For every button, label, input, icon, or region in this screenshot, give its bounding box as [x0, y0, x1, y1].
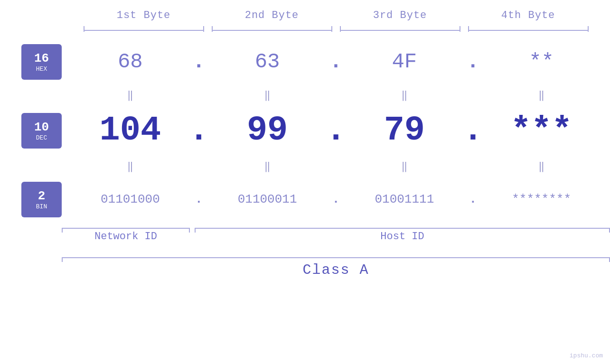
top-bracket-row: [80, 26, 592, 36]
eq1-3: ‖: [346, 89, 464, 102]
equals-row-1: ‖ ‖ ‖ ‖: [0, 88, 610, 102]
hex-val3-container: 4F: [346, 50, 464, 74]
bin-base-label: BIN: [36, 203, 47, 210]
eq1-1: ‖: [71, 89, 189, 102]
hex-val2-container: 63: [208, 50, 327, 74]
network-id-label: Network ID: [94, 231, 157, 243]
bin-row: 2 BIN 01101000 . 01100011 . 01001111 .: [0, 173, 610, 225]
bracket-2: [212, 26, 332, 36]
header-byte1: 1st Byte: [80, 9, 208, 21]
hex-val4: **: [482, 50, 601, 74]
network-bracket-line: [62, 228, 190, 229]
hex-val2: 63: [208, 50, 327, 74]
class-section: Class A: [0, 249, 610, 278]
bin-val3-container: 01001111: [346, 192, 464, 206]
class-full-line: [62, 257, 610, 258]
dec-values: 104 . 99 . 79 . ***: [62, 111, 610, 150]
dec-dot3: .: [463, 113, 482, 148]
eq2-3: ‖: [346, 160, 464, 173]
bin-base-number: 2: [38, 189, 46, 203]
hex-badge: 16 HEX: [21, 44, 62, 80]
bin-val2-container: 01100011: [208, 192, 327, 206]
eq2-2: ‖: [208, 160, 327, 173]
network-id-bracket: Network ID: [62, 228, 190, 243]
dec-val2: 99: [208, 111, 327, 150]
bin-val1-container: 01101000: [71, 192, 189, 206]
bin-values: 01101000 . 01100011 . 01001111 . *******…: [62, 192, 610, 206]
class-label-row: Class A: [0, 262, 610, 278]
header-byte2: 2nd Byte: [208, 9, 336, 21]
bracket-1: [84, 26, 204, 36]
hex-val3: 4F: [346, 50, 464, 74]
bracket-3: [340, 26, 460, 36]
dec-dot1: .: [189, 113, 208, 148]
bin-val2: 01100011: [208, 192, 327, 206]
host-bracket-line: [195, 228, 610, 229]
byte-headers: 1st Byte 2nd Byte 3rd Byte 4th Byte: [80, 9, 592, 21]
bin-val1: 01101000: [71, 192, 189, 206]
watermark: ipshu.com: [570, 352, 603, 359]
dec-val1-container: 104: [71, 111, 189, 150]
hex-base-number: 16: [34, 51, 49, 65]
hex-values: 68 . 63 . 4F . **: [62, 50, 610, 74]
hex-row: 16 HEX 68 . 63 . 4F . **: [0, 36, 610, 88]
bin-dot2: .: [327, 193, 346, 205]
dec-val3-container: 79: [346, 111, 464, 150]
dec-row: 10 DEC 104 . 99 . 79 . ***: [0, 102, 610, 159]
main-container: 1st Byte 2nd Byte 3rd Byte 4th Byte: [0, 0, 610, 364]
equals-row-2: ‖ ‖ ‖ ‖: [0, 159, 610, 173]
host-id-label: Host ID: [380, 231, 424, 243]
bin-val4: ********: [482, 192, 601, 206]
class-bracket-row: [62, 256, 610, 258]
bracket-4: [468, 26, 589, 36]
dec-badge: 10 DEC: [21, 113, 62, 149]
hex-val1: 68: [71, 50, 189, 74]
equals-values-1: ‖ ‖ ‖ ‖: [62, 89, 610, 102]
bin-badge: 2 BIN: [21, 182, 62, 217]
dec-val3: 79: [346, 111, 464, 150]
class-label: Class A: [302, 262, 369, 278]
dec-val4-container: ***: [482, 111, 601, 150]
eq2-1: ‖: [71, 160, 189, 173]
dec-base-number: 10: [34, 120, 49, 134]
dec-val1: 104: [71, 111, 189, 150]
network-host-row: Network ID Host ID: [62, 225, 610, 249]
hex-dot1: .: [189, 51, 208, 72]
eq2-4: ‖: [482, 160, 601, 173]
bin-dot3: .: [463, 193, 482, 205]
dec-dot2: .: [327, 113, 346, 148]
hex-val4-container: **: [482, 50, 601, 74]
id-section: Network ID Host ID: [0, 225, 610, 249]
eq1-4: ‖: [482, 89, 601, 102]
dec-base-label: DEC: [36, 134, 47, 141]
bin-val4-container: ********: [482, 192, 601, 206]
hex-dot2: .: [327, 51, 346, 72]
bin-val3: 01001111: [346, 192, 464, 206]
eq1-2: ‖: [208, 89, 327, 102]
bin-dot1: .: [189, 193, 208, 205]
equals-values-2: ‖ ‖ ‖ ‖: [62, 160, 610, 173]
host-id-section: Host ID: [195, 228, 610, 243]
hex-base-label: HEX: [36, 65, 47, 73]
header-byte4: 4th Byte: [464, 9, 592, 21]
hex-dot3: .: [463, 51, 482, 72]
dec-val4: ***: [482, 111, 601, 150]
header-byte3: 3rd Byte: [336, 9, 464, 21]
dec-val2-container: 99: [208, 111, 327, 150]
hex-val1-container: 68: [71, 50, 189, 74]
